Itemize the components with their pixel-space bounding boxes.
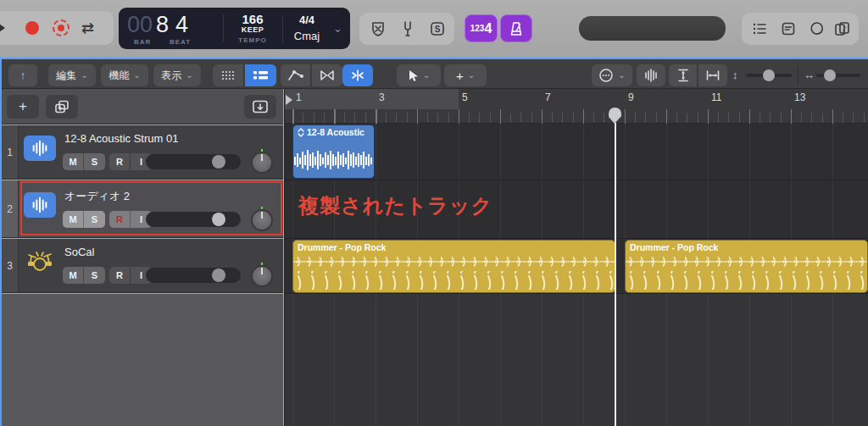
record-enable-button[interactable]: R	[109, 153, 131, 170]
drummer-region-1[interactable]: Drummer - Pop Rock	[292, 240, 615, 293]
track-name[interactable]: 12-8 Acoustic Strum 01	[64, 132, 178, 145]
ruler-bar-ticks	[292, 109, 868, 124]
track-panel-empty-area[interactable]	[2, 294, 283, 426]
menu-edit-label: 編集	[56, 69, 76, 83]
transport-group: ⇄	[0, 11, 114, 45]
pan-knob[interactable]	[251, 209, 273, 231]
ruler-bar-number: 9	[628, 91, 634, 103]
input-monitor-off-icon[interactable]	[370, 20, 387, 37]
audio-waveform-icon[interactable]	[24, 192, 56, 218]
lcd-tempo-label: TEMPO	[223, 36, 282, 44]
solo-button[interactable]: S	[84, 153, 105, 170]
volume-slider[interactable]	[146, 212, 241, 227]
lcd-beat-label: BEAT	[170, 38, 191, 46]
pan-knob[interactable]	[251, 152, 273, 174]
pencil-plus-tool-icon[interactable]: + ⌄	[444, 64, 487, 86]
media-browser-icon[interactable]: ♪	[833, 20, 852, 37]
menu-view[interactable]: 表示⌄	[153, 64, 201, 86]
track-view-icon[interactable]	[245, 64, 276, 86]
track-name[interactable]: オーディオ 2	[64, 189, 130, 204]
menu-functions[interactable]: 機能⌄	[101, 64, 148, 86]
volume-slider[interactable]	[146, 154, 241, 169]
pan-knob[interactable]	[251, 265, 273, 287]
master-display-pill[interactable]	[579, 16, 726, 41]
drummer-region-2[interactable]: Drummer - Pop Rock	[625, 240, 868, 293]
lcd-display[interactable]: 00 8 4 BAR BEAT 166 KEEP TEMPO 4/4 Cmaj …	[119, 8, 350, 49]
mute-solo-buttons: M S	[63, 267, 105, 284]
solo-button[interactable]: S	[84, 211, 105, 228]
region-name: Drummer - Pop Rock	[298, 242, 386, 252]
note-pads-icon[interactable]	[780, 20, 797, 37]
horizontal-zoom-icon: ↔	[804, 69, 815, 81]
volume-slider[interactable]	[146, 268, 241, 283]
mute-button[interactable]: M	[63, 267, 84, 284]
mute-button[interactable]: M	[63, 153, 84, 170]
toolbar-divider	[798, 66, 798, 85]
solo-icon[interactable]: S	[429, 20, 446, 37]
volume-slider-thumb[interactable]	[212, 268, 225, 282]
up-arrow-icon[interactable]: ↑	[8, 64, 37, 86]
duplicate-track-icon[interactable]	[46, 95, 78, 119]
vertical-zoom-slider[interactable]	[746, 74, 792, 77]
catch-playhead-icon[interactable]	[342, 64, 373, 86]
mode-button-group: S	[359, 13, 454, 45]
lane-separator	[284, 180, 868, 180]
audio-waveform-icon[interactable]	[24, 136, 56, 161]
apple-loop-icon	[298, 128, 304, 137]
grid-view-icon[interactable]	[213, 64, 244, 86]
solo-button[interactable]: S	[84, 267, 105, 284]
horizontal-zoom-slider[interactable]	[816, 74, 860, 77]
ruler-start-arrow-icon	[286, 95, 292, 105]
capture-record-icon[interactable]	[53, 19, 70, 36]
ellipsis-circle-icon[interactable]: ⌄	[592, 64, 632, 86]
add-track-icon[interactable]: +	[7, 95, 39, 119]
menu-edit[interactable]: 編集⌄	[48, 64, 96, 86]
drum-waveform	[626, 256, 867, 293]
mute-button[interactable]: M	[63, 211, 84, 228]
mute-solo-buttons: M S	[63, 211, 105, 228]
horizontal-zoom-slider-thumb[interactable]	[824, 69, 836, 81]
chevron-down-icon: ⌄	[81, 71, 87, 80]
vertical-zoom-slider-thumb[interactable]	[763, 69, 775, 81]
audio-region-acoustic[interactable]: 12-8 Acoustic	[292, 124, 375, 179]
drum-waveform	[293, 256, 615, 293]
loop-browser-icon[interactable]	[809, 20, 826, 37]
playhead-line	[615, 123, 616, 426]
track-header-row[interactable]: 2 オーディオ 2 M S R I	[2, 180, 283, 238]
flex-icon[interactable]	[312, 64, 342, 86]
vertical-fit-icon[interactable]	[669, 64, 698, 86]
record-enable-button[interactable]: R	[109, 267, 131, 284]
record-icon[interactable]	[25, 21, 39, 35]
metronome-icon[interactable]	[500, 14, 532, 42]
ruler-highlight-band	[285, 89, 459, 109]
record-enable-button[interactable]: R	[109, 211, 131, 228]
arrange-empty-area	[285, 294, 868, 426]
lane-separator	[284, 238, 868, 239]
track-name[interactable]: SoCal	[64, 246, 94, 258]
count-in-label-small: 123	[470, 24, 485, 33]
tuner-icon[interactable]	[399, 20, 416, 37]
play-icon[interactable]	[0, 22, 5, 34]
count-in-label-large: 4	[484, 21, 492, 36]
volume-slider-thumb[interactable]	[212, 155, 225, 169]
mute-solo-buttons: M S	[63, 153, 105, 170]
horizontal-fit-icon[interactable]	[698, 64, 727, 86]
list-editors-icon[interactable]	[751, 20, 768, 37]
ruler-bar-number: 13	[794, 91, 805, 103]
pointer-tool-icon[interactable]: ⌄	[397, 64, 441, 86]
ruler-bar-number: 5	[462, 91, 468, 103]
svg-text:S: S	[435, 25, 441, 34]
annotation-text: 複製されたトラック	[298, 192, 492, 219]
track-header-config-icon[interactable]	[244, 95, 276, 119]
automation-icon[interactable]	[281, 64, 311, 86]
drum-kit-icon[interactable]	[24, 249, 56, 274]
lcd-chevron-down-icon[interactable]: ⌄	[333, 22, 342, 35]
track-header-row[interactable]: 3 SoCal M S R I	[2, 239, 283, 293]
track-number: 2	[2, 180, 19, 237]
track-header-row[interactable]: 1 12-8 Acoustic Strum 01 M S R I	[2, 125, 283, 180]
cycle-icon[interactable]: ⇄	[81, 19, 94, 37]
waveform-zoom-icon[interactable]	[637, 64, 665, 86]
count-in-icon[interactable]: 1234	[465, 14, 498, 42]
volume-slider-thumb[interactable]	[212, 213, 225, 226]
ruler-bar-number: 1	[296, 91, 302, 103]
